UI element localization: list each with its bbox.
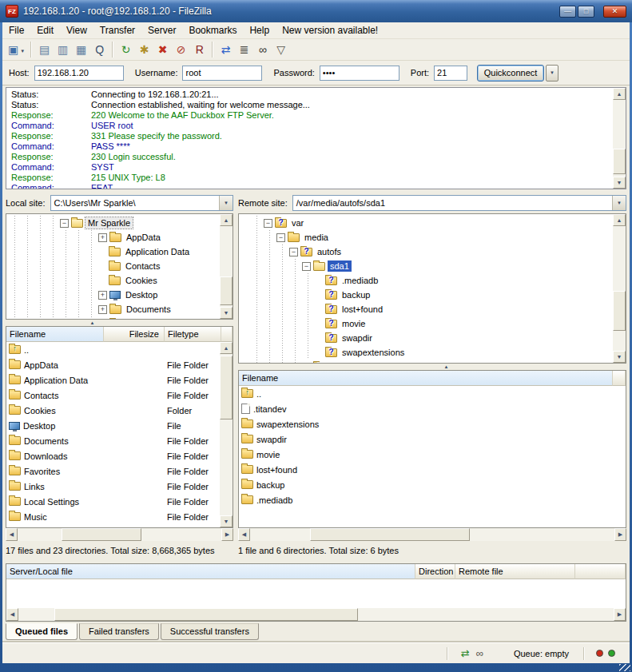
scrollbar-thumb[interactable] (220, 276, 233, 305)
tree-row[interactable]: Application Data (6, 245, 220, 259)
file-row[interactable]: LinksFile Folder (6, 479, 233, 494)
scroll-right-icon[interactable] (614, 528, 626, 541)
remote-tree-list-splitter[interactable]: ▲ (238, 364, 626, 370)
cancel-operation-button[interactable]: ✖ (153, 41, 172, 59)
tree-row[interactable]: swapdir (239, 331, 613, 345)
combo-dropdown-icon[interactable] (219, 196, 233, 210)
host-input[interactable] (34, 66, 124, 81)
scroll-right-icon[interactable] (614, 608, 626, 621)
minimize-button[interactable]: — (559, 6, 576, 18)
file-row[interactable]: DocumentsFile Folder (6, 433, 233, 448)
title-bar[interactable]: FZ 192.168.1.20 - root@192.168.1.20 - Fi… (0, 0, 632, 22)
expand-icon[interactable]: + (98, 233, 107, 242)
file-row[interactable]: .mediadb (239, 492, 626, 507)
expand-icon[interactable]: + (98, 305, 107, 314)
collapse-icon[interactable]: − (276, 233, 285, 242)
filezilla-logo-icon[interactable]: FZ (6, 5, 18, 18)
menu-item-bookmarks[interactable]: Bookmarks (182, 22, 243, 39)
tree-row[interactable]: +Desktop (6, 288, 220, 302)
remote-tree-scrollbar[interactable] (613, 214, 626, 363)
file-row[interactable]: .. (6, 342, 233, 357)
tree-row[interactable]: lost+found (239, 302, 613, 316)
file-row[interactable]: Local SettingsFile Folder (6, 494, 233, 509)
local-tree-scrollbar[interactable] (220, 214, 233, 319)
reconnect-button[interactable]: R (190, 41, 209, 59)
file-row[interactable]: swapextensions (239, 416, 626, 431)
scroll-up-icon[interactable] (220, 214, 233, 226)
scroll-left-icon[interactable] (6, 528, 18, 541)
password-input[interactable] (320, 66, 399, 81)
scrollbar-thumb[interactable] (62, 528, 141, 541)
tree-row[interactable]: −var (239, 216, 613, 230)
scroll-right-icon[interactable] (221, 528, 233, 541)
column-header-filename[interactable]: Filename (239, 371, 613, 386)
file-row[interactable]: FavoritesFile Folder (6, 463, 233, 479)
splitter-collapse-icon[interactable]: ▲ (444, 364, 449, 369)
collapse-icon[interactable]: − (289, 248, 298, 256)
scroll-up-icon[interactable] (220, 342, 233, 354)
scroll-up-icon[interactable] (613, 88, 626, 100)
find-files-button[interactable]: ∞ (253, 41, 272, 59)
remote-list-hscrollbar[interactable] (238, 528, 626, 541)
scroll-down-icon[interactable] (220, 307, 233, 319)
toggle-local-tree-button[interactable]: ▥ (54, 41, 72, 59)
menu-item-edit[interactable]: Edit (30, 22, 60, 39)
process-queue-button[interactable]: ✱ (135, 41, 153, 59)
menu-item-file[interactable]: File (2, 22, 30, 39)
file-row[interactable]: movie (239, 447, 626, 462)
tree-row[interactable]: Contacts (6, 259, 220, 273)
tab-successful-transfers[interactable]: Successful transfers (161, 623, 259, 640)
expand-icon[interactable]: + (98, 291, 107, 300)
scrollbar-thumb[interactable] (310, 528, 470, 541)
close-button[interactable]: ✕ (603, 6, 626, 18)
file-row[interactable]: DownloadsFile Folder (6, 448, 233, 463)
tree-row[interactable]: −Mr Sparkle (6, 216, 220, 230)
tree-row[interactable]: Cookies (6, 273, 220, 288)
tree-row[interactable]: +Documents (6, 302, 220, 316)
column-header-filename[interactable]: Filename (6, 327, 104, 342)
local-site-combobox[interactable]: C:\Users\Mr Sparkle\ (50, 195, 233, 211)
file-row[interactable]: Application DataFile Folder (6, 372, 233, 388)
synchronized-browsing-button[interactable]: ⇄ (217, 41, 235, 59)
combo-dropdown-icon[interactable] (612, 196, 626, 210)
scroll-left-icon[interactable] (6, 608, 18, 621)
tree-row[interactable]: swapextensions (239, 345, 613, 360)
file-row[interactable]: lost+found (239, 462, 626, 477)
resize-grip[interactable] (619, 664, 630, 671)
expand-icon[interactable]: + (302, 363, 311, 364)
toggle-queue-button[interactable]: Q (90, 41, 109, 59)
column-header-remote-file[interactable]: Remote file (455, 564, 575, 579)
quickconnect-button[interactable]: Quickconnect (477, 65, 544, 82)
port-input[interactable] (434, 66, 467, 81)
menu-item-view[interactable]: View (60, 22, 93, 39)
column-header-direction[interactable]: Direction (415, 564, 455, 579)
local-tree-list-splitter[interactable]: ▲ (6, 320, 233, 326)
tree-row[interactable]: −media (239, 230, 613, 245)
collapse-icon[interactable]: − (302, 262, 311, 271)
menu-item-new-version-available[interactable]: New version available! (276, 22, 384, 39)
tree-row[interactable]: +AppData (6, 230, 220, 245)
log-scrollbar[interactable] (613, 88, 626, 189)
menu-item-transfer[interactable]: Transfer (93, 22, 141, 39)
tab-queued-files[interactable]: Queued files (6, 623, 78, 640)
scroll-down-icon[interactable] (220, 515, 233, 527)
toggle-remote-tree-button[interactable]: ▦ (72, 41, 90, 59)
tree-row[interactable]: −sda1 (239, 259, 613, 273)
file-row[interactable]: swapdir (239, 431, 626, 447)
scrollbar-thumb[interactable] (613, 291, 626, 331)
tree-row[interactable]: backup (239, 288, 613, 302)
column-header-filetype[interactable]: Filetype (165, 327, 221, 342)
file-row[interactable]: MusicFile Folder (6, 509, 233, 524)
scroll-up-icon[interactable] (613, 214, 626, 226)
refresh-button[interactable]: ↻ (117, 41, 135, 59)
file-row[interactable]: .. (239, 386, 626, 401)
directory-listing-button[interactable]: ≣ (235, 41, 253, 59)
file-row[interactable]: backup (239, 477, 626, 492)
tree-row[interactable]: −autofs (239, 245, 613, 259)
menu-item-server[interactable]: Server (141, 22, 182, 39)
toggle-message-log-button[interactable]: ▤ (35, 41, 54, 59)
scrollbar-thumb[interactable] (54, 608, 358, 621)
transfer-queue-body[interactable] (6, 579, 626, 609)
scrollbar-thumb[interactable] (220, 356, 233, 420)
collapse-icon[interactable]: − (60, 219, 69, 228)
